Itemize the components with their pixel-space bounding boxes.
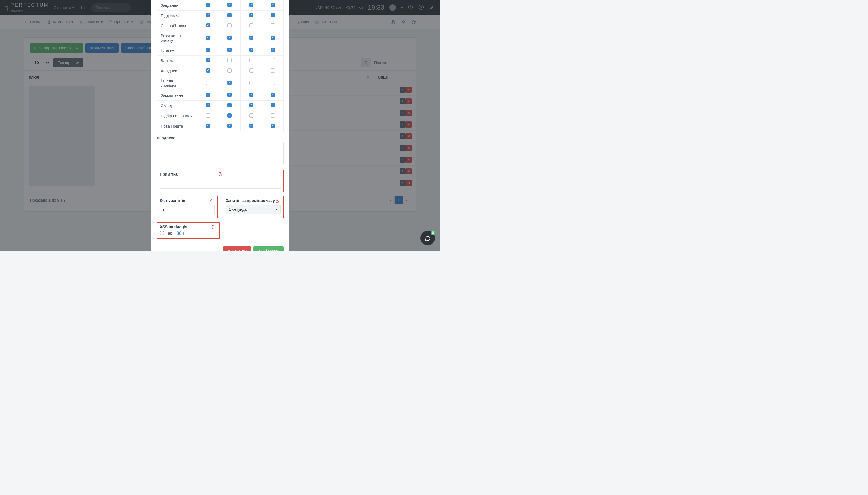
chat-fab[interactable]: 0 xyxy=(421,231,435,245)
permission-checkbox[interactable] xyxy=(227,13,232,17)
permission-label: Співробітники xyxy=(157,21,197,31)
permission-label: Завдання xyxy=(157,0,197,11)
permission-checkbox[interactable] xyxy=(249,36,253,40)
permission-row: Співробітники xyxy=(157,21,284,31)
permission-row: Валюта xyxy=(157,56,284,66)
permission-checkbox[interactable] xyxy=(206,13,210,17)
annotation-5: 5 xyxy=(276,198,279,205)
annotation-4: 4 xyxy=(210,198,213,205)
permission-label: Платежі xyxy=(157,45,197,56)
req-count-group: 4 К-сть запитів xyxy=(157,196,218,219)
permission-checkbox[interactable] xyxy=(206,23,210,28)
chat-badge: 0 xyxy=(431,230,436,235)
permission-checkbox[interactable] xyxy=(271,81,275,85)
permission-checkbox[interactable] xyxy=(249,23,253,28)
permission-label: Склад xyxy=(157,101,197,111)
permission-checkbox[interactable] xyxy=(206,81,210,85)
permission-checkbox[interactable] xyxy=(249,58,253,62)
permission-row: Рахунки на оплату xyxy=(157,31,284,45)
annotation-6: 6 xyxy=(211,224,215,231)
permissions-table: ЗавданняПідтримкаСпівробітникиРахунки на… xyxy=(157,0,284,132)
permission-checkbox[interactable] xyxy=(227,48,232,52)
permission-checkbox[interactable] xyxy=(206,93,210,97)
close-icon: ✕ xyxy=(227,249,230,251)
permission-checkbox[interactable] xyxy=(206,103,210,107)
permission-label: Нова Пошта xyxy=(157,121,197,132)
ip-label: ІР-адреса xyxy=(157,136,284,140)
permission-row: Підбір персоналу xyxy=(157,111,284,121)
permission-label: Замовлення xyxy=(157,90,197,101)
permission-checkbox[interactable] xyxy=(227,81,232,85)
note-group: 3 Примітка xyxy=(157,170,284,192)
permission-label: Рахунки на оплату xyxy=(157,31,197,45)
permission-checkbox[interactable] xyxy=(227,68,232,72)
permission-checkbox[interactable] xyxy=(227,3,232,7)
permission-checkbox[interactable] xyxy=(249,93,253,97)
permission-checkbox[interactable] xyxy=(206,36,210,40)
permission-checkbox[interactable] xyxy=(227,103,232,107)
permission-row: Підтримка xyxy=(157,11,284,21)
permission-checkbox[interactable] xyxy=(271,93,275,97)
permission-checkbox[interactable] xyxy=(271,68,275,72)
permission-row: Платежі xyxy=(157,45,284,56)
permission-row: Завдання xyxy=(157,0,284,11)
permission-checkbox[interactable] xyxy=(227,58,232,62)
chevron-down-icon: ▾ xyxy=(275,207,277,211)
permission-label: Довідник xyxy=(157,66,197,76)
permission-row: Довідник xyxy=(157,66,284,76)
permission-checkbox[interactable] xyxy=(227,113,232,118)
permission-checkbox[interactable] xyxy=(249,103,253,107)
permission-row: Інтернет-сповіщення xyxy=(157,76,284,90)
permission-checkbox[interactable] xyxy=(249,124,253,128)
permission-checkbox[interactable] xyxy=(206,124,210,128)
close-button[interactable]: ✕Закрити xyxy=(223,246,251,251)
permission-checkbox[interactable] xyxy=(206,68,210,72)
permission-checkbox[interactable] xyxy=(227,23,232,28)
permission-checkbox[interactable] xyxy=(249,81,253,85)
check-icon: ✓ xyxy=(258,249,261,251)
xss-no-option[interactable]: Ні xyxy=(177,231,186,235)
permission-row: Склад xyxy=(157,101,284,111)
req-count-input[interactable] xyxy=(160,205,215,215)
note-input[interactable] xyxy=(160,178,281,189)
permission-checkbox[interactable] xyxy=(206,3,210,7)
xss-yes-option[interactable]: Так xyxy=(160,231,172,235)
req-interval-group: 5 Запитів за проміжок часу 1 секунда▾ xyxy=(223,196,284,219)
permission-checkbox[interactable] xyxy=(249,68,253,72)
permission-checkbox[interactable] xyxy=(271,113,275,118)
permission-checkbox[interactable] xyxy=(271,3,275,7)
permission-checkbox[interactable] xyxy=(249,13,253,17)
req-interval-select[interactable]: 1 секунда▾ xyxy=(226,205,281,214)
permission-checkbox[interactable] xyxy=(271,23,275,28)
permission-label: Інтернет-сповіщення xyxy=(157,76,197,90)
permission-checkbox[interactable] xyxy=(249,48,253,52)
permission-checkbox[interactable] xyxy=(271,103,275,107)
permission-checkbox[interactable] xyxy=(249,3,253,7)
xss-label: XSS валідація xyxy=(160,224,216,229)
permission-row: Замовлення xyxy=(157,90,284,101)
req-interval-label: Запитів за проміжок часу xyxy=(226,198,281,203)
xss-group: 6 XSS валідація Так Ні xyxy=(157,222,219,239)
annotation-3: 3 xyxy=(218,171,222,178)
permission-label: Підтримка xyxy=(157,11,197,21)
permission-checkbox[interactable] xyxy=(271,58,275,62)
permission-checkbox[interactable] xyxy=(227,36,232,40)
permission-row: Нова Пошта xyxy=(157,121,284,132)
permission-checkbox[interactable] xyxy=(271,124,275,128)
permission-checkbox[interactable] xyxy=(227,124,232,128)
permission-checkbox[interactable] xyxy=(206,58,210,62)
permission-checkbox[interactable] xyxy=(206,48,210,52)
permission-checkbox[interactable] xyxy=(249,113,253,118)
ip-textarea[interactable] xyxy=(157,142,284,165)
permission-checkbox[interactable] xyxy=(206,113,210,118)
permission-checkbox[interactable] xyxy=(271,48,275,52)
permission-label: Підбір персоналу xyxy=(157,111,197,121)
permission-checkbox[interactable] xyxy=(227,93,232,97)
permission-label: Валюта xyxy=(157,56,197,66)
api-key-modal: ЗавданняПідтримкаСпівробітникиРахунки на… xyxy=(151,0,289,251)
permission-checkbox[interactable] xyxy=(271,36,275,40)
save-button[interactable]: ✓Зберегти xyxy=(253,246,284,251)
req-count-label: К-сть запитів xyxy=(160,198,215,203)
permission-checkbox[interactable] xyxy=(271,13,275,17)
